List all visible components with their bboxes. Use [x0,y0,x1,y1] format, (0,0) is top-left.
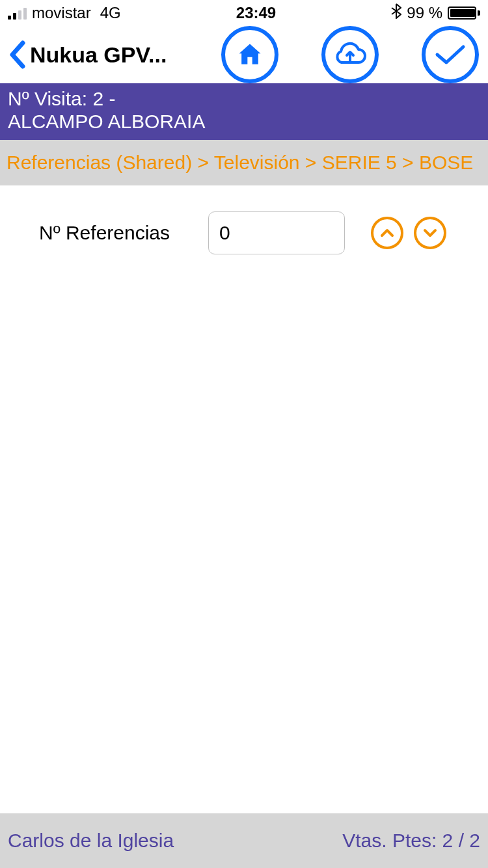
visit-number: Nº Visita: 2 - [8,87,480,110]
references-row: Nº Referencias [0,185,488,254]
breadcrumb[interactable]: Referencias (Shared) > Televisión > SERI… [0,140,488,185]
breadcrumb-text: Referencias (Shared) > Televisión > SERI… [7,152,473,173]
confirm-button[interactable] [422,26,479,83]
battery-icon [448,7,480,20]
page-title: Nukua GPV... [30,42,167,68]
status-left: movistar 4G [8,4,121,22]
bluetooth-icon [391,3,401,23]
stepper [371,217,446,249]
network-label: 4G [100,4,121,22]
store-name: ALCAMPO ALBORAIA [8,110,480,133]
home-button[interactable] [221,26,278,83]
clock: 23:49 [236,4,276,22]
references-label: Nº Referencias [39,222,208,244]
carrier-label: movistar [32,4,91,22]
footer-bar: Carlos de la Iglesia Vtas. Ptes: 2 / 2 [0,813,488,868]
signal-bars-icon [8,7,27,20]
status-right: 99 % [391,3,480,23]
references-input[interactable] [208,211,345,254]
increment-button[interactable] [371,217,403,249]
status-bar: movistar 4G 23:49 99 % [0,0,488,26]
battery-pct: 99 % [407,4,442,22]
upload-button[interactable] [321,26,379,83]
decrement-button[interactable] [414,217,446,249]
user-name: Carlos de la Iglesia [8,830,174,852]
back-button[interactable] [4,35,30,74]
nav-bar: Nukua GPV... [0,26,488,83]
visit-banner: Nº Visita: 2 - ALCAMPO ALBORAIA [0,83,488,140]
pending-sales: Vtas. Ptes: 2 / 2 [342,830,480,852]
